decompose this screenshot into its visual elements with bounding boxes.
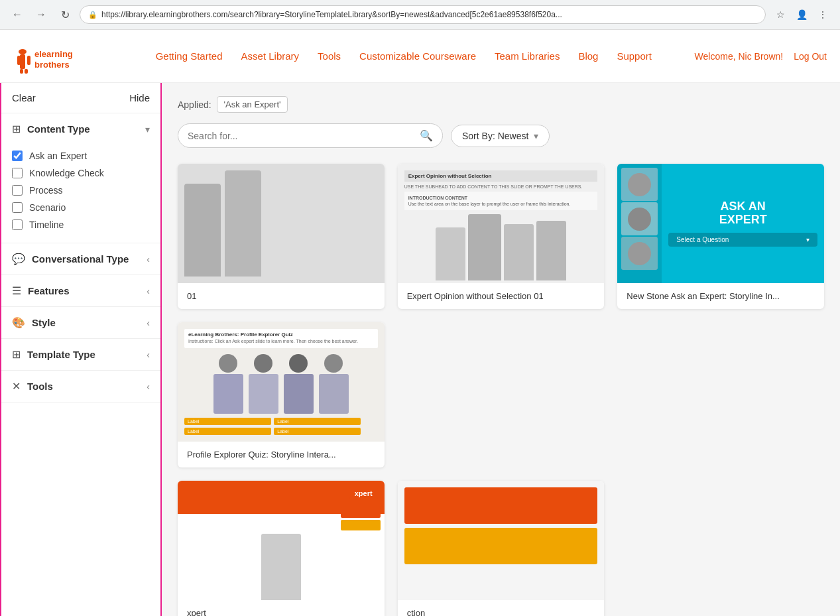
nav-tools[interactable]: Tools: [318, 50, 341, 62]
checkbox-scenario-input[interactable]: [12, 202, 23, 213]
svg-rect-1: [20, 54, 25, 69]
card-partial-bottom-1[interactable]: xpert xpert: [178, 481, 385, 616]
filter-section-content-type: ⊞ Content Type ▾ Ask an Expert Knowledge…: [1, 113, 160, 243]
card-profile-explorer-title: Profile Explorer Quiz: Storyline Intera.…: [187, 450, 375, 460]
checkbox-timeline[interactable]: Timeline: [12, 216, 150, 233]
svg-rect-5: [25, 69, 28, 74]
card-expert-opinion-title: Expert Opinion without Selection 01: [407, 291, 595, 301]
svg-text:brothers: brothers: [34, 60, 70, 70]
filter-section-features: ☰ Features ‹: [1, 275, 160, 307]
style-icon: 🎨: [12, 316, 25, 329]
applied-label: Applied:: [178, 99, 211, 110]
nav-blog[interactable]: Blog: [578, 50, 598, 62]
filter-section-template-type: ⊞ Template Type ‹: [1, 339, 160, 371]
conversational-type-label: Conversational Type: [32, 253, 129, 265]
card-partial-bottom-1-info: xpert: [178, 600, 385, 616]
nav-asset-library[interactable]: Asset Library: [241, 50, 300, 62]
clear-button[interactable]: Clear: [12, 92, 36, 103]
tools-header[interactable]: ✕ Tools ‹: [1, 371, 160, 402]
site-header: elearning brothers Getting Started Asset…: [0, 30, 840, 83]
card-profile-explorer-info: Profile Explorer Quiz: Storyline Intera.…: [178, 442, 385, 467]
card-expert-opinion[interactable]: Expert Opinion without Selection USE THE…: [398, 164, 605, 309]
content-type-header[interactable]: ⊞ Content Type ▾: [1, 113, 160, 145]
header-right: Welcome, Nic Brown! Log Out: [695, 51, 827, 62]
checkbox-knowledge-check-label: Knowledge Check: [29, 168, 104, 178]
refresh-button[interactable]: ↻: [56, 5, 74, 24]
card-title: 01: [187, 291, 375, 301]
logo: elearning brothers: [13, 37, 86, 74]
nav-support[interactable]: Support: [617, 50, 652, 62]
star-button[interactable]: ☆: [771, 5, 790, 24]
card-partial-bottom-2-info: ction: [398, 600, 605, 616]
checkbox-process-input[interactable]: [12, 185, 23, 196]
menu-button[interactable]: ⋮: [813, 5, 832, 24]
nav-getting-started[interactable]: Getting Started: [156, 50, 223, 62]
content-type-icon: ⊞: [12, 123, 21, 135]
content-area: Applied: 'Ask an Expert' 🔍 Sort By: Newe…: [162, 83, 840, 616]
card-stone-ask-info: New Stone Ask an Expert: Storyline In...: [617, 283, 824, 309]
filter-tag-ask-expert[interactable]: 'Ask an Expert': [217, 96, 288, 113]
checkbox-timeline-label: Timeline: [29, 219, 64, 230]
card-stone-ask[interactable]: ASK ANEXPERT Select a Question ▾ New Sto…: [617, 164, 824, 309]
checkbox-scenario[interactable]: Scenario: [12, 199, 150, 216]
checkbox-knowledge-check[interactable]: Knowledge Check: [12, 164, 150, 182]
svg-rect-0: [19, 49, 27, 54]
card-expert-opinion-info: Expert Opinion without Selection 01: [398, 283, 605, 309]
template-type-icon: ⊞: [12, 348, 21, 361]
svg-rect-3: [27, 56, 30, 65]
card-grid: 01 Expert Opinion without Selection USE …: [178, 164, 824, 467]
conversational-type-chevron: ‹: [147, 254, 150, 265]
checkbox-process[interactable]: Process: [12, 182, 150, 199]
logo-area: elearning brothers: [13, 37, 86, 76]
content-type-label: Content Type: [27, 123, 90, 135]
profile-button[interactable]: 👤: [792, 5, 811, 24]
features-chevron: ‹: [147, 286, 150, 296]
nav-team-libraries[interactable]: Team Libraries: [495, 50, 560, 62]
features-header[interactable]: ☰ Features ‹: [1, 275, 160, 306]
filter-section-style: 🎨 Style ‹: [1, 307, 160, 339]
url-text: https://library.elearningbrothers.com/se…: [101, 10, 757, 19]
style-label: Style: [32, 317, 56, 328]
sort-label: Sort By: Newest: [462, 131, 528, 141]
hide-button[interactable]: Hide: [129, 92, 150, 103]
checkbox-knowledge-check-input[interactable]: [12, 168, 23, 178]
card-profile-explorer[interactable]: eLearning Brothers: Profile Explorer Qui…: [178, 322, 385, 467]
main-layout: Clear Hide ⊞ Content Type ▾ Ask an Exper…: [0, 83, 840, 616]
tools-chevron: ‹: [147, 381, 150, 392]
search-icon: 🔍: [420, 129, 433, 142]
sort-chevron: ▾: [534, 131, 538, 141]
card-partial-bottom-2[interactable]: ction: [398, 481, 605, 616]
content-type-options: Ask an Expert Knowledge Check Process Sc…: [1, 145, 160, 243]
forward-button[interactable]: →: [32, 5, 50, 24]
browser-chrome: ← → ↻ 🔒 https://library.elearningbrother…: [0, 0, 840, 30]
card-partial-1[interactable]: 01: [178, 164, 385, 309]
browser-actions: ☆ 👤 ⋮: [771, 5, 832, 24]
search-input[interactable]: [188, 131, 414, 141]
filter-section-conversational-type: 💬 Conversational Type ‹: [1, 243, 160, 275]
template-type-chevron: ‹: [147, 349, 150, 360]
search-sort-bar: 🔍 Sort By: Newest ▾: [178, 123, 824, 148]
conversational-type-icon: 💬: [12, 253, 25, 265]
conversational-type-header[interactable]: 💬 Conversational Type ‹: [1, 243, 160, 275]
card-stone-ask-title: New Stone Ask an Expert: Storyline In...: [627, 291, 815, 301]
card-partial-bottom-2-title: ction: [407, 608, 595, 616]
sort-dropdown[interactable]: Sort By: Newest ▾: [451, 125, 550, 147]
style-header[interactable]: 🎨 Style ‹: [1, 307, 160, 338]
checkbox-timeline-input[interactable]: [12, 219, 23, 230]
card-partial-bottom-1-title: xpert: [187, 608, 375, 616]
checkbox-ask-an-expert[interactable]: Ask an Expert: [12, 147, 150, 164]
main-nav: Getting Started Asset Library Tools Cust…: [113, 50, 695, 62]
lock-icon: 🔒: [88, 11, 97, 19]
filter-tag-bar: Applied: 'Ask an Expert': [178, 96, 824, 113]
address-bar[interactable]: 🔒 https://library.elearningbrothers.com/…: [80, 5, 766, 24]
features-icon: ☰: [12, 284, 21, 297]
filter-section-tools: ✕ Tools ‹: [1, 371, 160, 402]
tools-label: Tools: [27, 381, 53, 392]
nav-customizable-courseware[interactable]: Customizable Courseware: [359, 50, 476, 62]
checkbox-ask-an-expert-input[interactable]: [12, 151, 23, 161]
logout-link[interactable]: Log Out: [794, 51, 827, 62]
template-type-header[interactable]: ⊞ Template Type ‹: [1, 339, 160, 370]
card-info: 01: [178, 283, 385, 309]
back-button[interactable]: ←: [8, 5, 27, 24]
search-box: 🔍: [178, 123, 443, 148]
